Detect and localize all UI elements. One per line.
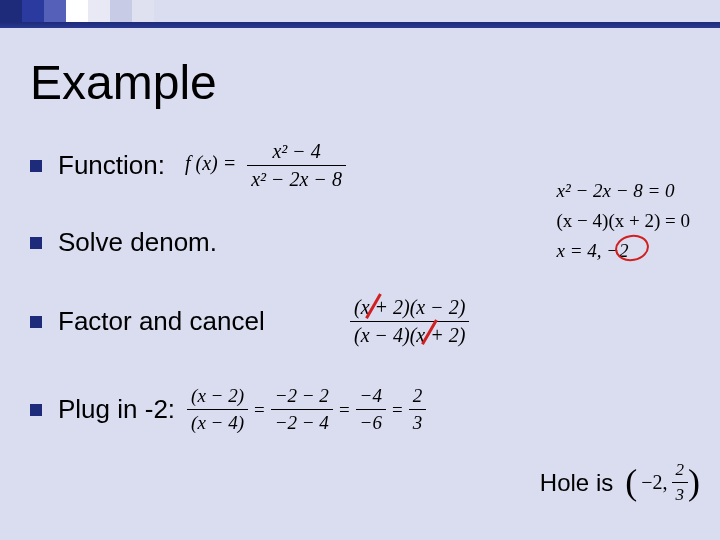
function-equation: f (x) = x² − 4 x² − 2x − 8 [185, 140, 346, 191]
bullet-icon [30, 316, 42, 328]
side-work-denominator: x² − 2x − 8 = 0 (x − 4)(x + 2) = 0 x = 4… [557, 180, 690, 270]
bullet-icon [30, 160, 42, 172]
bullet-icon [30, 404, 42, 416]
bullet-icon [30, 237, 42, 249]
hole-label: Hole is [540, 469, 613, 497]
hole-result: Hole is ( −2, 2 3 ) [540, 460, 700, 505]
plug-in-equation: (x − 2) (x − 4) = −2 − 2 −2 − 4 = −4 −6 … [187, 385, 426, 434]
hole-coordinates: ( −2, 2 3 ) [625, 460, 700, 505]
bullet-label: Solve denom. [58, 227, 217, 258]
factor-fraction: (x + 2)(x − 2) (x − 4)(x + 2) [350, 296, 469, 347]
bullet-plug-in: Plug in -2: (x − 2) (x − 4) = −2 − 2 −2 … [30, 385, 700, 434]
header-stripe [0, 22, 720, 28]
bullet-label: Plug in -2: [58, 394, 175, 425]
decorative-squares [0, 0, 154, 22]
bullet-label: Function: [58, 150, 165, 181]
bullet-label: Factor and cancel [58, 306, 265, 337]
slide-title: Example [30, 55, 217, 110]
bullet-factor-cancel: Factor and cancel (x + 2)(x − 2) (x − 4)… [30, 306, 700, 337]
